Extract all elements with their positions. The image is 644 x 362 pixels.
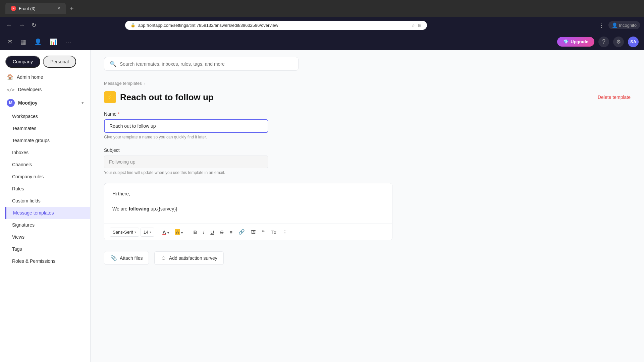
group-label: Moodjoy bbox=[18, 100, 38, 106]
back-button[interactable]: ← bbox=[4, 20, 14, 31]
clear-format-button[interactable]: Tx bbox=[268, 228, 279, 237]
tab-favicon: F bbox=[11, 6, 16, 11]
upgrade-icon: 💎 bbox=[563, 39, 569, 44]
upgrade-button[interactable]: 💎 Upgrade bbox=[557, 37, 594, 47]
page-icon: ⚡ bbox=[104, 91, 116, 103]
sidebar-item-custom-fields[interactable]: Custom fields bbox=[5, 195, 90, 207]
link-button[interactable]: 🔗 bbox=[236, 227, 247, 237]
action-bar: 📎 Attach files ☺ Add satisfaction survey bbox=[91, 248, 379, 267]
breadcrumb-parent[interactable]: Message templates bbox=[104, 81, 142, 86]
new-tab-button[interactable]: + bbox=[68, 3, 75, 14]
bold-button[interactable]: B bbox=[191, 228, 199, 237]
image-button[interactable]: 🖼 bbox=[249, 228, 258, 237]
delete-template-button[interactable]: Delete template bbox=[598, 95, 631, 100]
highlight-button[interactable]: A ▾ bbox=[173, 228, 185, 237]
subject-hint: Your subject line will update when you u… bbox=[104, 170, 631, 175]
lightning-icon: ⚡ bbox=[106, 94, 114, 101]
browser-tab[interactable]: F Front (3) × bbox=[5, 3, 66, 14]
star-icon[interactable]: ☆ bbox=[411, 23, 415, 28]
roles-permissions-label: Roles & Permissions bbox=[12, 258, 55, 264]
settings-icon: ⚙ bbox=[616, 39, 621, 45]
font-family-select[interactable]: Sans-Serif ▾ bbox=[110, 228, 139, 237]
name-input[interactable] bbox=[104, 119, 268, 133]
upgrade-label: Upgrade bbox=[571, 39, 588, 44]
lock-icon: 🔒 bbox=[130, 23, 136, 27]
more-options-button[interactable]: ⋮ bbox=[280, 227, 290, 237]
tab-company[interactable]: Company bbox=[5, 56, 40, 68]
developers-icon: </> bbox=[7, 87, 14, 92]
name-field: Name * Give your template a name so you … bbox=[104, 111, 631, 139]
sidebar-item-teammates[interactable]: Teammates bbox=[5, 122, 90, 134]
list-button[interactable]: ≡ bbox=[227, 228, 235, 237]
page-title-group: ⚡ Reach out to follow up bbox=[104, 91, 214, 103]
editor-text-prefix: We are bbox=[112, 206, 129, 212]
sidebar-item-teammate-groups[interactable]: Teammate groups bbox=[5, 134, 90, 146]
subject-field: Subject Your subject line will update wh… bbox=[104, 147, 631, 175]
help-button[interactable]: ? bbox=[598, 37, 609, 47]
search-bar: 🔍 bbox=[104, 57, 299, 71]
contacts-icon-button[interactable]: 👤 bbox=[32, 36, 44, 48]
forward-button[interactable]: → bbox=[17, 20, 27, 31]
nav-right: ⋮ 👤 Incognito bbox=[597, 20, 640, 30]
sidebar-item-workspaces[interactable]: Workspaces bbox=[5, 110, 90, 122]
attach-icon: 📎 bbox=[110, 255, 117, 261]
editor-content[interactable]: Hi there, We are following up.{{survey}} bbox=[104, 183, 392, 224]
survey-label: Add satisfaction survey bbox=[169, 255, 217, 261]
content-area: 🔍 Message templates › ⚡ Reach out to fol… bbox=[91, 50, 644, 362]
address-bar[interactable]: 🔒 app.frontapp.com/settings/tim:7858132/… bbox=[125, 21, 427, 30]
font-size-select[interactable]: 14 ▾ bbox=[141, 228, 154, 237]
sidebar-item-inboxes[interactable]: Inboxes bbox=[5, 146, 90, 159]
sidebar: Company Personal 🏠 Admin home </> Develo… bbox=[0, 50, 91, 362]
sidebar-sub-items: Workspaces Teammates Teammate groups Inb… bbox=[0, 110, 90, 267]
app-toolbar: ✉ ▦ 👤 📊 ⋯ 💎 Upgrade ? ⚙ SA bbox=[0, 34, 644, 50]
survey-icon: ☺ bbox=[161, 255, 166, 261]
underline-button[interactable]: U bbox=[208, 228, 216, 237]
form-container: Name * Give your template a name so you … bbox=[91, 111, 644, 175]
nav-menu-button[interactable]: ⋮ bbox=[597, 20, 606, 30]
channels-label: Channels bbox=[12, 162, 32, 167]
name-required: * bbox=[118, 111, 119, 117]
sidebar-item-admin-home[interactable]: 🏠 Admin home bbox=[0, 70, 90, 83]
attach-files-button[interactable]: 📎 Attach files bbox=[104, 251, 149, 265]
rules-label: Rules bbox=[12, 186, 24, 191]
sidebar-item-rules[interactable]: Rules bbox=[5, 183, 90, 195]
settings-button[interactable]: ⚙ bbox=[613, 37, 624, 47]
italic-button[interactable]: I bbox=[201, 228, 207, 237]
sidebar-item-message-templates[interactable]: Message templates bbox=[5, 207, 90, 219]
sidebar-group-moodjoy[interactable]: M Moodjoy ▾ bbox=[0, 96, 90, 110]
tab-personal[interactable]: Personal bbox=[43, 56, 76, 68]
avatar[interactable]: SA bbox=[628, 37, 639, 47]
calendar-icon-button[interactable]: ▦ bbox=[18, 36, 28, 48]
sidebar-item-roles-permissions[interactable]: Roles & Permissions bbox=[5, 255, 90, 267]
text-color-icon: A bbox=[162, 229, 166, 235]
toolbar-right: 💎 Upgrade ? ⚙ SA bbox=[557, 37, 639, 47]
extensions-icon[interactable]: ⊞ bbox=[418, 23, 422, 28]
quote-button[interactable]: ❝ bbox=[260, 227, 267, 237]
sidebar-item-views[interactable]: Views bbox=[5, 231, 90, 243]
inbox-icon-button[interactable]: ✉ bbox=[5, 36, 14, 48]
refresh-button[interactable]: ↻ bbox=[30, 19, 39, 31]
more-icon-button[interactable]: ⋯ bbox=[63, 36, 73, 48]
strikethrough-button[interactable]: S bbox=[218, 228, 226, 237]
sidebar-item-signatures[interactable]: Signatures bbox=[5, 219, 90, 231]
address-text: app.frontapp.com/settings/tim:7858132/an… bbox=[138, 23, 278, 28]
main-layout: Company Personal 🏠 Admin home </> Develo… bbox=[0, 50, 644, 362]
subject-input[interactable] bbox=[104, 156, 268, 168]
page-title: Reach out to follow up bbox=[120, 92, 214, 103]
sidebar-item-developers[interactable]: </> Developers bbox=[0, 83, 90, 96]
add-satisfaction-survey-button[interactable]: ☺ Add satisfaction survey bbox=[154, 251, 223, 265]
search-input[interactable] bbox=[120, 61, 293, 67]
message-templates-label: Message templates bbox=[13, 210, 54, 216]
sidebar-item-company-rules[interactable]: Company rules bbox=[5, 171, 90, 183]
nav-bar: ← → ↻ 🔒 app.frontapp.com/settings/tim:78… bbox=[0, 17, 644, 34]
company-rules-label: Company rules bbox=[12, 174, 44, 179]
sidebar-item-tags[interactable]: Tags bbox=[5, 243, 90, 255]
name-label: Name * bbox=[104, 111, 631, 117]
views-label: Views bbox=[12, 234, 24, 240]
sidebar-tabs: Company Personal bbox=[0, 50, 90, 68]
text-color-button[interactable]: A ▾ bbox=[160, 228, 171, 237]
tab-close-button[interactable]: × bbox=[57, 5, 60, 11]
analytics-icon-button[interactable]: 📊 bbox=[48, 36, 59, 48]
highlight-arrow: ▾ bbox=[181, 231, 183, 235]
sidebar-item-channels[interactable]: Channels bbox=[5, 159, 90, 171]
